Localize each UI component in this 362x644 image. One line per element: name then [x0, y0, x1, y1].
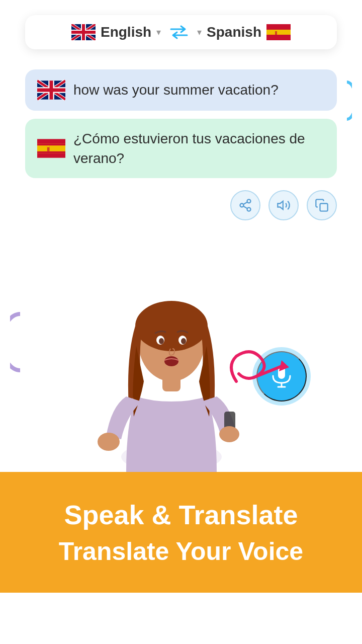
share-button[interactable] [230, 190, 260, 220]
svg-marker-33 [279, 360, 289, 371]
svg-point-27 [159, 338, 164, 344]
svg-point-29 [164, 356, 178, 366]
svg-line-18 [243, 202, 247, 205]
target-language-item[interactable]: ▾ Spanish [197, 24, 291, 40]
language-selector: English ▾ ▾ Spanish [25, 15, 337, 49]
svg-rect-13 [47, 145, 50, 147]
bottom-title: Speak & Translate [64, 499, 298, 531]
target-language-label: Spanish [207, 24, 261, 40]
bottom-subtitle: Translate Your Voice [59, 536, 303, 567]
share-icon [238, 198, 252, 212]
swap-icon [167, 24, 191, 40]
svg-rect-4 [266, 35, 291, 36]
bottom-section: Speak & Translate Translate Your Voice [0, 472, 362, 593]
white-card: English ▾ ▾ Spanish [10, 0, 352, 472]
svg-rect-6 [275, 30, 277, 31]
swap-button[interactable] [167, 24, 191, 40]
svg-point-32 [219, 426, 239, 442]
svg-line-17 [243, 206, 247, 209]
english-bubble-flag [37, 79, 65, 101]
source-language-item[interactable]: English ▾ [71, 24, 161, 40]
uk-flag-icon [71, 24, 96, 40]
svg-rect-20 [320, 204, 328, 211]
svg-point-30 [98, 433, 120, 451]
english-bubble-text: how was your summer vacation? [73, 80, 279, 100]
svg-point-16 [247, 208, 251, 211]
action-buttons-row [25, 190, 337, 220]
arrow-annotation [196, 331, 297, 412]
source-language-dropdown[interactable]: ▾ [156, 27, 161, 38]
spanish-bubble-flag [37, 138, 65, 159]
copy-icon [315, 198, 329, 212]
image-section [25, 230, 337, 472]
volume-button[interactable] [268, 190, 299, 220]
svg-point-14 [247, 200, 251, 203]
svg-rect-3 [266, 28, 291, 30]
chat-area: how was your summer vacation? ¿Cómo estu… [25, 69, 337, 178]
target-language-dropdown[interactable]: ▾ [197, 27, 202, 38]
svg-point-15 [240, 204, 244, 207]
svg-marker-19 [278, 201, 283, 209]
english-bubble: how was your summer vacation? [25, 69, 337, 111]
app-container: English ▾ ▾ Spanish [0, 0, 362, 644]
svg-rect-10 [37, 144, 65, 146]
deco-arc-top [337, 80, 352, 121]
spanish-bubble-text: ¿Cómo estuvieron tus vacaciones de veran… [73, 129, 325, 168]
svg-point-28 [181, 338, 186, 344]
source-language-label: English [101, 24, 151, 40]
spain-flag-icon [266, 24, 291, 40]
svg-rect-11 [37, 151, 65, 153]
volume-icon [277, 198, 291, 212]
copy-button[interactable] [307, 190, 337, 220]
spanish-bubble: ¿Cómo estuvieron tus vacaciones de veran… [25, 119, 337, 178]
